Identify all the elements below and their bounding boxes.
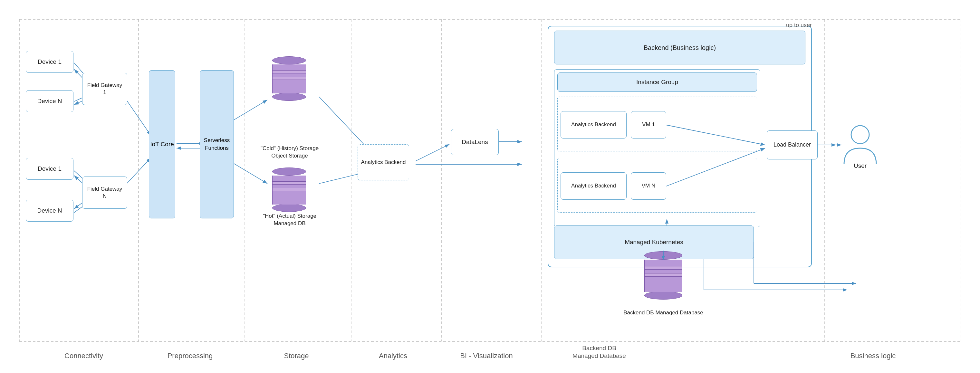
datalens: DataLens xyxy=(451,129,499,155)
up-to-user-label: up to user xyxy=(786,22,812,29)
field-gateway-n: Field Gateway N xyxy=(82,176,127,209)
section-preprocessing: Preprocessing xyxy=(148,352,232,360)
load-balancer: Load Balancer xyxy=(767,130,818,159)
section-connectivity: Connectivity xyxy=(39,352,129,360)
cold-storage-label: "Cold" (History) Storage Object Storage xyxy=(255,145,325,160)
svg-point-37 xyxy=(851,125,869,144)
backend-business-logic: Backend (Business logic) xyxy=(554,30,805,64)
svg-line-25 xyxy=(230,100,267,122)
device-1-top: Device 1 xyxy=(26,51,73,73)
instance-group-label: Instance Group xyxy=(557,73,757,92)
hot-storage-db xyxy=(272,168,306,212)
cold-storage-db xyxy=(272,56,306,101)
device-1-bottom: Device 1 xyxy=(26,158,73,180)
iot-core: IoT Core xyxy=(149,70,175,218)
analytics-backend-vmn: Analytics Backend xyxy=(560,172,627,200)
field-gateway-1: Field Gateway 1 xyxy=(82,73,127,105)
analytics-backend-main: Analytics Backend xyxy=(358,144,409,180)
section-bi: BI - Visualization xyxy=(445,352,528,360)
connector-svg-2 xyxy=(0,0,980,373)
vmn-box: VM N xyxy=(631,172,666,200)
user-label: User xyxy=(854,162,867,170)
hot-storage-label: "Hot" (Actual) Storage Managed DB xyxy=(255,213,325,227)
backend-db-cylinder xyxy=(644,251,682,300)
arrows-svg xyxy=(0,0,980,373)
svg-line-26 xyxy=(230,161,267,184)
user-icon: User xyxy=(842,122,878,170)
analytics-backend-vm1: Analytics Backend xyxy=(560,111,627,138)
svg-line-29 xyxy=(415,144,449,161)
section-analytics: Analytics xyxy=(354,352,432,360)
section-business-logic: Business logic xyxy=(831,352,915,360)
section-backend-db: Backend DB Managed Database xyxy=(548,344,651,360)
device-n-bottom: Device N xyxy=(26,200,73,222)
serverless-functions: Serverless Functions xyxy=(200,70,234,218)
device-n-top: Device N xyxy=(26,90,73,112)
vm1-box: VM 1 xyxy=(631,111,666,138)
diagram-container: { "title": "IoT Architecture Diagram", "… xyxy=(0,0,980,373)
backend-db-label: Backend DB Managed Database xyxy=(624,309,703,317)
section-storage: Storage xyxy=(251,352,342,360)
